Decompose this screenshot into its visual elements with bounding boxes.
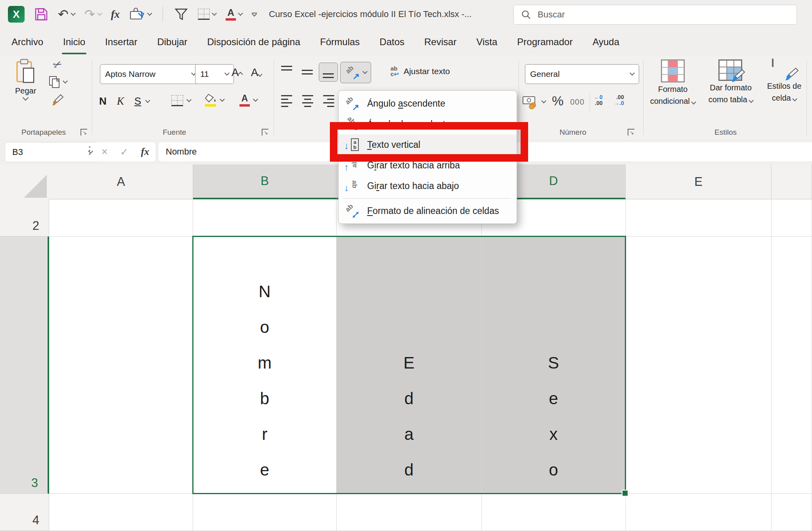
menu-item-texto-vertical[interactable]: ↓ab Texto vertical bbox=[339, 134, 517, 155]
fill-handle[interactable] bbox=[622, 490, 628, 497]
font-color-button[interactable]: A bbox=[239, 94, 257, 107]
paste-button[interactable]: Pegar bbox=[15, 59, 36, 100]
tab-revisar[interactable]: Revisar bbox=[414, 29, 466, 55]
chevron-down-icon[interactable] bbox=[541, 98, 546, 103]
cell-a3[interactable] bbox=[49, 237, 193, 494]
fill-color-button[interactable] bbox=[205, 94, 224, 107]
cut-icon[interactable]: ✂ bbox=[52, 58, 64, 71]
row-header-2[interactable]: 2 bbox=[0, 199, 49, 237]
enter-check-icon[interactable]: ✓ bbox=[120, 147, 128, 157]
insert-function-button[interactable]: fx bbox=[111, 8, 120, 21]
excel-logo-icon[interactable]: X bbox=[8, 6, 25, 23]
tab-vista[interactable]: Vista bbox=[466, 29, 507, 55]
chevron-down-icon[interactable] bbox=[253, 97, 258, 102]
chevron-down-icon[interactable] bbox=[63, 78, 68, 84]
tab-programador[interactable]: Programador bbox=[507, 29, 582, 55]
tab-archivo[interactable]: Archivo bbox=[2, 29, 53, 55]
clipboard-dialog-launcher[interactable]: ↘ bbox=[80, 129, 87, 136]
borders-button[interactable] bbox=[171, 95, 191, 106]
tab-inicio[interactable]: Inicio bbox=[53, 29, 95, 55]
menu-item-formato-alineacion[interactable]: ab Formato de alineación de celdas bbox=[339, 201, 517, 221]
cancel-icon[interactable]: × bbox=[102, 147, 108, 157]
tools-button[interactable] bbox=[129, 7, 151, 21]
align-right-button[interactable] bbox=[319, 92, 338, 111]
menu-item-angulo-ascendente[interactable]: ab↗ Ángulo ascendente bbox=[339, 93, 517, 114]
column-header-f[interactable] bbox=[772, 164, 812, 199]
search-input[interactable]: Buscar bbox=[513, 5, 797, 25]
grow-font-button[interactable]: A bbox=[232, 67, 242, 79]
format-as-table-button[interactable]: Dar formato como tabla bbox=[703, 59, 758, 105]
tab-ayuda[interactable]: Ayuda bbox=[582, 29, 629, 55]
chevron-down-icon[interactable] bbox=[220, 97, 225, 102]
orientation-button[interactable]: ab↗ bbox=[340, 62, 371, 83]
chevron-down-icon[interactable] bbox=[186, 97, 192, 102]
font-size-select[interactable]: 11 bbox=[195, 64, 234, 84]
cell-f2[interactable] bbox=[772, 199, 812, 237]
row-header-3[interactable]: 3 bbox=[0, 237, 49, 494]
wrap-text-button[interactable]: abc↩ Ajustar texto bbox=[391, 66, 450, 77]
name-box[interactable]: B3 bbox=[5, 142, 98, 162]
filter-button[interactable] bbox=[174, 7, 188, 21]
cell-a4[interactable] bbox=[49, 494, 193, 531]
insert-function-icon[interactable]: fx bbox=[141, 146, 149, 157]
menu-item-girar-texto-arriba[interactable]: ↑ab Girar texto hacia arriba bbox=[339, 155, 517, 176]
chevron-down-icon[interactable] bbox=[212, 11, 217, 16]
chevron-down-icon[interactable] bbox=[71, 11, 76, 16]
align-center-button[interactable] bbox=[298, 92, 317, 111]
tab-formulas[interactable]: Fórmulas bbox=[310, 29, 370, 55]
percent-style-button[interactable]: % bbox=[552, 94, 563, 109]
cell-e3[interactable] bbox=[626, 237, 772, 494]
cell-b2[interactable] bbox=[193, 199, 337, 237]
tab-insertar[interactable]: Insertar bbox=[95, 29, 147, 55]
chevron-down-icon[interactable] bbox=[238, 11, 243, 16]
cell-e4[interactable] bbox=[626, 494, 772, 531]
cell-d3[interactable]: Sexo bbox=[482, 237, 626, 494]
cell-styles-button[interactable]: Estilos de celda bbox=[760, 59, 808, 103]
cell-f4[interactable] bbox=[772, 494, 812, 531]
chevron-down-icon[interactable] bbox=[145, 98, 150, 103]
column-header-e[interactable]: E bbox=[626, 164, 772, 199]
increase-decimal-button[interactable]: ←0.00 bbox=[594, 94, 603, 106]
underline-button[interactable]: S bbox=[134, 95, 141, 107]
comma-style-button[interactable]: 000 bbox=[570, 97, 584, 107]
cell-b3-active[interactable]: Nombre bbox=[193, 237, 337, 494]
cell-e2[interactable] bbox=[626, 199, 772, 237]
undo-button[interactable]: ↶ bbox=[58, 8, 75, 21]
format-painter-icon[interactable] bbox=[52, 94, 64, 106]
chevron-down-icon[interactable] bbox=[147, 11, 152, 16]
row-header-4[interactable]: 4 bbox=[0, 494, 49, 531]
cell-b4[interactable] bbox=[193, 494, 337, 531]
align-left-button[interactable] bbox=[278, 92, 297, 111]
conditional-formatting-button[interactable]: Formato condicional bbox=[647, 59, 698, 106]
number-format-select[interactable]: General bbox=[525, 64, 639, 84]
formula-bar-grip[interactable] bbox=[89, 146, 90, 155]
cell-a2[interactable] bbox=[49, 199, 193, 237]
italic-button[interactable]: K bbox=[117, 95, 124, 107]
cell-d4[interactable] bbox=[482, 494, 626, 531]
decrease-decimal-button[interactable]: .00→.0 bbox=[614, 94, 624, 106]
font-dialog-launcher[interactable]: ↘ bbox=[262, 129, 268, 136]
tab-dibujar[interactable]: Dibujar bbox=[147, 29, 197, 55]
tab-disposicion[interactable]: Disposición de página bbox=[197, 29, 310, 55]
menu-item-girar-texto-abajo[interactable]: ↓ab Girar texto hacia abajo bbox=[339, 176, 517, 196]
font-name-select[interactable]: Aptos Narrow bbox=[100, 64, 201, 84]
menu-item-angulo-descendente[interactable]: ab↘ Ángulo descendente bbox=[339, 114, 517, 134]
column-header-b[interactable]: B bbox=[193, 164, 337, 199]
accounting-format-button[interactable] bbox=[523, 94, 546, 109]
toolbar-overflow-button[interactable] bbox=[252, 13, 257, 16]
cell-c4[interactable] bbox=[337, 494, 482, 531]
tab-datos[interactable]: Datos bbox=[370, 29, 414, 55]
save-button[interactable] bbox=[34, 7, 48, 21]
select-all-corner[interactable] bbox=[0, 164, 50, 200]
borders-button[interactable] bbox=[198, 9, 216, 20]
column-header-a[interactable]: A bbox=[49, 164, 193, 199]
number-dialog-launcher[interactable]: ↘ bbox=[628, 129, 634, 136]
align-middle-button[interactable] bbox=[298, 63, 317, 82]
cell-c3[interactable]: Edad bbox=[337, 237, 482, 494]
shrink-font-button[interactable]: A bbox=[251, 67, 262, 79]
font-color-button[interactable]: A bbox=[226, 8, 242, 21]
copy-icon[interactable] bbox=[48, 76, 60, 88]
align-top-button[interactable] bbox=[278, 63, 297, 82]
align-bottom-button[interactable] bbox=[319, 63, 338, 82]
bold-button[interactable]: N bbox=[99, 95, 107, 107]
